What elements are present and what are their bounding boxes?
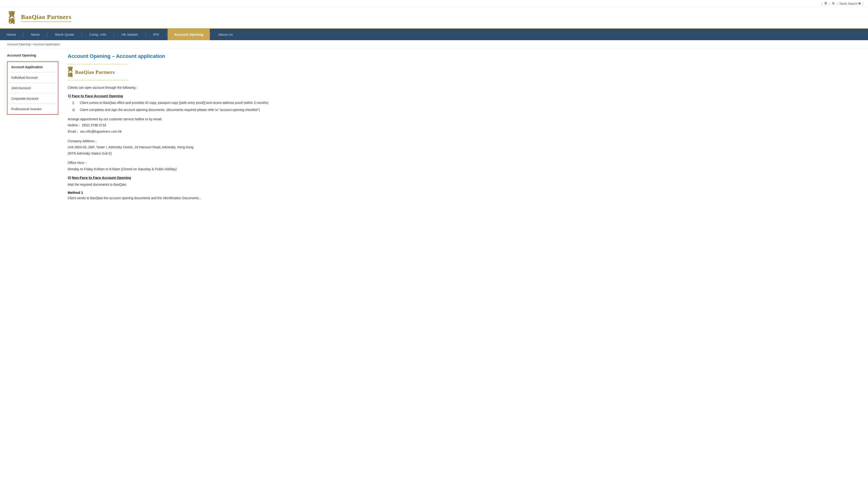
separator1: | <box>822 2 822 5</box>
section2-text: Mail the required documents to BaoQiao <box>68 182 317 188</box>
section2-title-text: Non-Face to Face Account Opening <box>72 176 131 179</box>
content-logo-char-bottom: 橋 <box>68 72 73 78</box>
hotline-label: Hotline： <box>68 123 81 127</box>
sidebar-item-individual-account[interactable]: Individual Account <box>7 73 58 83</box>
nav-hk-market[interactable]: HK Market <box>115 29 145 40</box>
site-header: 寶 橋 BaoQiao Partners <box>0 7 868 29</box>
sidebar: Account Opening Account Application Indi… <box>7 53 58 201</box>
breadcrumb-account-opening[interactable]: Account Opening <box>7 42 30 46</box>
logo-char-bottom: 橋 <box>8 18 15 24</box>
nav-stock-quote[interactable]: Stock Quote <box>48 29 81 40</box>
breadcrumb-sep: > <box>31 42 34 46</box>
content-logo-chars: 寶 橋 <box>68 66 73 78</box>
simp-chinese-link[interactable]: 簡 <box>832 1 835 6</box>
content-logo-box: 寶 橋 BaoQiao Partners <box>68 64 317 80</box>
logo-icon: 寶 橋 <box>5 9 19 26</box>
section1-label: 1) <box>68 94 71 98</box>
address-info: Company Address： Unit 2803-05, 28/F, Tow… <box>68 138 317 157</box>
sidebar-item-corporate-account[interactable]: Corporate Account <box>7 93 58 104</box>
email-line: Email： sec.info@bqpartners.com.hk <box>68 128 317 135</box>
sidebar-menu: Account Application Individual Account J… <box>7 61 58 115</box>
sidebar-title: Account Opening <box>7 53 58 59</box>
intro-text: Clients can open account through the fol… <box>68 85 317 91</box>
section2-title: 2) Non-Face to Face Account Opening <box>68 176 317 179</box>
content-title: Account Opening – Account application <box>68 53 317 59</box>
list-item: ii) Client completes and sign the accoun… <box>72 107 317 113</box>
office-value: Monday to Friday 9:00am to 6:00pm (Close… <box>68 166 317 172</box>
hotline-line: Hotline： (852) 3798-3718 <box>68 122 317 128</box>
logo-area[interactable]: 寶 橋 BaoQiao Partners <box>5 9 71 26</box>
nav-news[interactable]: News <box>25 29 46 40</box>
list-label-i: i) <box>72 100 78 106</box>
email-label: Email： <box>68 130 79 133</box>
logo-char-top: 寶 <box>8 11 15 18</box>
email-value: sec.info@bqpartners.com.hk <box>80 130 122 133</box>
list-label-ii: ii) <box>72 107 78 113</box>
breadcrumb-current: Account Application <box>34 42 60 46</box>
arrange-text: Arrange appointment by our customer serv… <box>68 116 317 122</box>
content-logo-inner: 寶 橋 BaoQiao Partners <box>68 66 115 79</box>
list-item: i) Client comes to BaoQiao office and pr… <box>72 100 317 106</box>
nav-comp-info[interactable]: Comp. Info <box>83 29 113 40</box>
address-label: Company Address： <box>68 138 317 144</box>
stock-search-label: Stock Search <box>839 2 857 5</box>
sidebar-item-joint-account[interactable]: Joint Account <box>7 83 58 93</box>
office-label: Office Hour： <box>68 160 317 166</box>
stock-badge-dot <box>859 2 861 5</box>
address-note: (MTR Admiralty Station Exit E) <box>68 150 317 157</box>
stock-search-badge[interactable]: Stock Search <box>839 2 861 5</box>
nav-about-us[interactable]: About Us <box>212 29 240 40</box>
method-title: Method 1 <box>68 191 317 195</box>
separator3: | <box>837 2 837 5</box>
nav-account-opening[interactable]: Account Opening <box>167 29 210 40</box>
section1-list: i) Client comes to BaoQiao office and pr… <box>68 100 317 113</box>
address-value: Unit 2803-05, 28/F, Tower I, Admiralty C… <box>68 144 317 150</box>
nav-home[interactable]: Home <box>0 29 22 40</box>
content-logo-char-top: 寶 <box>68 66 73 72</box>
contact-info: Arrange appointment by our customer serv… <box>68 116 317 135</box>
trad-chinese-link[interactable]: 繁 <box>824 1 827 6</box>
content-area: Account Opening – Account application 寶 … <box>65 53 320 201</box>
section1-title: 1) Face to Face Account Opening <box>68 94 317 98</box>
logo-name: BaoQiao Partners <box>21 13 71 21</box>
sidebar-item-account-application[interactable]: Account Application <box>7 62 58 73</box>
content-logo-text: BaoQiao Partners <box>75 69 115 75</box>
separator2: | <box>829 2 830 5</box>
list-item-text-ii: Client completes and sign the account op… <box>80 107 260 113</box>
section1-title-text: Face to Face Account Opening <box>72 94 123 98</box>
sidebar-item-professional-investor[interactable]: Professional Investor <box>7 104 58 114</box>
main-layout: Account Opening Account Application Indi… <box>0 49 327 206</box>
separator4: | <box>863 2 863 5</box>
logo-underline <box>21 22 71 22</box>
top-bar: | 繁 | 簡 | Stock Search | <box>0 0 868 7</box>
section2-label: 2) <box>68 176 71 179</box>
office-info: Office Hour： Monday to Friday 9:00am to … <box>68 160 317 172</box>
nav-ipo[interactable]: IPO <box>147 29 166 40</box>
logo-text-area: BaoQiao Partners <box>21 13 71 22</box>
list-item-text-i: Client comes to BaoQiao office and provi… <box>80 100 269 106</box>
breadcrumb: Account Opening > Account Application <box>0 40 868 49</box>
main-nav: Home | News | Stock Quote | Comp. Info |… <box>0 29 868 40</box>
method-desc: Client sends to BaoQiao the account open… <box>68 196 317 201</box>
hotline-value: (852) 3798-3718 <box>82 123 106 127</box>
